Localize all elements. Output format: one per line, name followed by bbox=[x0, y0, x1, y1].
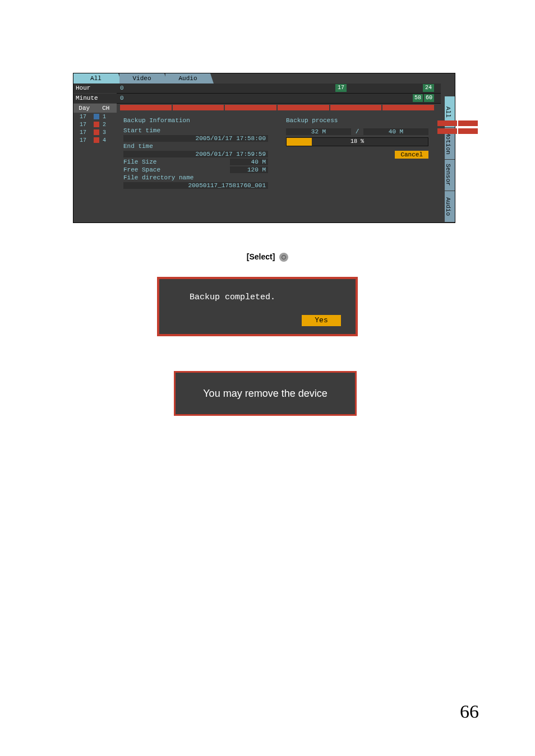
cancel-button[interactable]: Cancel bbox=[395, 151, 428, 159]
ch-header: CH bbox=[95, 104, 117, 113]
channel-row[interactable]: 17 3 bbox=[73, 128, 117, 136]
tab-audio[interactable]: Audio bbox=[165, 73, 210, 84]
free-space-value: 120 M bbox=[230, 166, 268, 173]
dir-name-label: File directory name bbox=[123, 174, 268, 181]
start-time-label: Start time bbox=[123, 127, 268, 134]
channel-color-icon bbox=[94, 137, 99, 143]
dvr-window: All Video Audio All Motion Sensor Audio … bbox=[73, 73, 455, 223]
channel-row[interactable]: 17 1 bbox=[73, 113, 117, 120]
channel-num: 2 bbox=[100, 122, 108, 128]
start-time-value: 2005/01/17 17:58:00 bbox=[123, 135, 268, 142]
channel-day: 17 bbox=[73, 122, 93, 128]
day-ch-header: Day CH bbox=[73, 104, 117, 113]
file-size-label: File Size bbox=[123, 159, 230, 165]
end-time-value: 2005/01/17 17:59:59 bbox=[123, 151, 268, 157]
dir-name-value: 20050117_17581760_001 bbox=[123, 182, 268, 189]
channel-color-icon bbox=[94, 122, 99, 127]
hour-marker-17[interactable]: 17 bbox=[335, 84, 347, 92]
channel-day: 17 bbox=[73, 114, 93, 120]
tab-all[interactable]: All bbox=[73, 73, 118, 84]
rtab-audio[interactable]: Audio bbox=[445, 191, 455, 222]
backup-info-panel: Backup Information Start time 2005/01/17… bbox=[120, 114, 271, 190]
backup-process-title: Backup process bbox=[286, 117, 432, 124]
backup-info-title: Backup Information bbox=[123, 117, 271, 124]
channel-color-icon bbox=[94, 114, 99, 119]
tab-video[interactable]: Video bbox=[119, 73, 164, 84]
file-size-value: 40 M bbox=[230, 159, 268, 165]
hour-zero: 0 bbox=[120, 85, 124, 91]
minute-track[interactable]: 0 58 60 bbox=[117, 94, 441, 104]
select-label: [Select] bbox=[247, 252, 275, 261]
backup-completed-dialog: Backup completed. Yes bbox=[157, 277, 358, 336]
process-total: 40 M bbox=[363, 128, 428, 135]
select-line: [Select] bbox=[0, 252, 535, 262]
backup-completed-text: Backup completed. bbox=[190, 293, 356, 302]
process-slash: / bbox=[354, 128, 360, 135]
timeline-stripe bbox=[117, 105, 437, 110]
channel-list: 17 1 17 2 17 3 17 4 bbox=[73, 113, 117, 144]
progress-bar: 18 % bbox=[286, 137, 428, 146]
main-area: Backup Information Start time 2005/01/17… bbox=[117, 104, 437, 221]
remove-device-dialog: You may remove the device bbox=[174, 371, 357, 416]
page-number: 66 bbox=[460, 701, 479, 722]
channel-num: 3 bbox=[100, 129, 108, 136]
rtab-sensor[interactable]: Sensor bbox=[445, 159, 455, 191]
channel-row[interactable]: 17 4 bbox=[73, 136, 117, 144]
hour-label: Hour bbox=[73, 84, 118, 93]
process-current: 32 M bbox=[286, 128, 351, 135]
top-tabs: All Video Audio bbox=[73, 73, 455, 84]
day-header: Day bbox=[73, 104, 95, 113]
remove-device-text: You may remove the device bbox=[203, 388, 327, 400]
hour-track[interactable]: 0 17 24 bbox=[117, 84, 441, 94]
minute-label: Minute bbox=[73, 94, 118, 103]
channel-num: 4 bbox=[100, 137, 108, 143]
timeline-stripe-side bbox=[434, 120, 481, 126]
channel-day: 17 bbox=[73, 129, 93, 136]
timeline-stripe-side bbox=[434, 128, 481, 134]
hour-marker-24[interactable]: 24 bbox=[423, 84, 434, 92]
end-time-label: End time bbox=[123, 143, 268, 150]
minute-zero: 0 bbox=[120, 95, 124, 101]
channel-day: 17 bbox=[73, 137, 93, 143]
channel-num: 1 bbox=[100, 114, 108, 120]
progress-text: 18 % bbox=[287, 138, 428, 146]
minute-marker-58[interactable]: 58 bbox=[413, 94, 423, 102]
right-tabs: All Motion Sensor Audio bbox=[445, 96, 455, 222]
select-icon bbox=[279, 253, 288, 262]
minute-marker-60[interactable]: 60 bbox=[424, 94, 434, 102]
backup-process-panel: Backup process 32 M / 40 M 18 % Cancel bbox=[283, 114, 432, 159]
channel-color-icon bbox=[94, 129, 99, 135]
free-space-label: Free Space bbox=[123, 166, 230, 173]
channel-row[interactable]: 17 2 bbox=[73, 120, 117, 128]
yes-button[interactable]: Yes bbox=[302, 315, 341, 326]
